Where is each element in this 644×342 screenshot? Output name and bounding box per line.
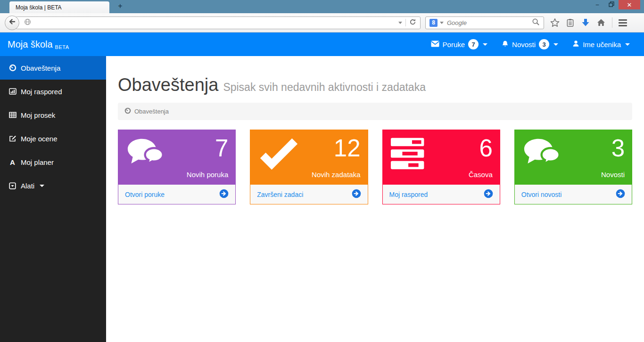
font-icon: A [8, 158, 17, 166]
card-link-label[interactable]: Otvori novosti [521, 191, 562, 198]
card-footer-link[interactable]: Završeni zadaci [250, 185, 367, 204]
sidebar-item-label: Alati [21, 182, 34, 190]
user-icon [572, 40, 579, 49]
card-footer-link[interactable]: Otvori poruke [118, 185, 235, 204]
browser-tab[interactable]: Moja škola | BETA [9, 1, 109, 13]
edit-icon [8, 135, 17, 142]
stat-label: Časova [469, 171, 493, 179]
caret-down-icon [483, 43, 487, 46]
card-link-label[interactable]: Otvori poruke [125, 191, 165, 198]
search-bar[interactable]: 8 [425, 16, 544, 29]
home-icon[interactable] [596, 18, 606, 27]
menu-icon[interactable] [619, 19, 627, 26]
gauge-icon [124, 107, 131, 115]
nav-user-dropdown[interactable]: Ime učenika [572, 40, 630, 49]
browser-toolbar: 8 [0, 13, 644, 33]
bar-chart-icon [8, 88, 17, 95]
magnifier-icon[interactable] [532, 18, 540, 28]
reload-icon[interactable] [409, 18, 416, 27]
sidebar-item-label: Obaveštenja [21, 64, 60, 72]
stat-card-tasks: 12 Novih zadataka Završeni zadaci [250, 130, 368, 204]
arrow-circle-right-icon[interactable] [484, 189, 493, 200]
url-input[interactable] [34, 19, 398, 26]
url-dropdown-icon[interactable] [398, 22, 402, 24]
sidebar-item-obavestenja[interactable]: Obaveštenja [0, 56, 106, 80]
brand[interactable]: Moja škola BETA [8, 39, 69, 50]
restore-icon [609, 1, 614, 8]
browser-titlebar: Moja škola | BETA + – ✕ [0, 0, 644, 13]
nav-messages-label: Poruke [443, 41, 465, 49]
window-close-button[interactable]: ✕ [619, 0, 640, 9]
caret-down-icon [40, 185, 44, 187]
card-link-label[interactable]: Moj raspored [389, 191, 428, 198]
new-tab-button[interactable]: + [115, 2, 126, 11]
bell-icon [502, 40, 509, 49]
window-restore-button[interactable] [604, 0, 619, 9]
sidebar-item-label: Moje ocene [21, 135, 58, 143]
stat-count: 3 [611, 136, 625, 160]
caret-down-icon [553, 43, 558, 46]
search-input[interactable] [447, 19, 532, 26]
check-icon [257, 136, 302, 179]
stat-card-schedule: 6 Časova Moj raspored [382, 130, 500, 204]
comments-icon [522, 136, 567, 179]
google-engine-icon[interactable]: 8 [429, 19, 438, 27]
comments-icon [125, 136, 170, 179]
envelope-icon [431, 41, 439, 49]
card-footer-link[interactable]: Moj raspored [383, 185, 500, 204]
sidebar-item-label: Moj prosek [21, 111, 55, 119]
arrow-circle-right-icon[interactable] [219, 189, 229, 200]
breadcrumb: Obaveštenja [118, 103, 632, 120]
stat-label: Novih poruka [187, 171, 228, 179]
sidebar-item-moj-planer[interactable]: A Moj planer [0, 150, 106, 174]
stat-label: Novih zadataka [312, 171, 360, 179]
page-title: Obaveštenja [118, 75, 218, 95]
globe-icon [24, 18, 31, 27]
sidebar-item-label: Moj planer [21, 158, 54, 166]
stat-label: Novosti [601, 171, 625, 179]
stat-count: 7 [215, 136, 228, 160]
sidebar-item-moj-prosek[interactable]: Moj prosek [0, 103, 106, 127]
tasks-icon [390, 136, 435, 179]
page-subtitle: Spisak svih nedavnih aktivnosti i zadata… [223, 81, 426, 94]
stat-card-news: 3 Novosti Otvori novosti [514, 130, 632, 204]
nav-news-label: Novosti [512, 41, 536, 49]
brand-beta-badge: BETA [55, 44, 69, 50]
sidebar-item-moje-ocene[interactable]: Moje ocene [0, 127, 106, 150]
sidebar-item-label: Moj raspored [21, 88, 62, 96]
caret-down-icon [625, 43, 630, 46]
browser-tab-title: Moja škola | BETA [16, 4, 62, 11]
bookmarks-menu-icon[interactable] [566, 18, 575, 27]
messages-count-badge: 7 [468, 39, 479, 49]
window-minimize-button[interactable]: – [590, 0, 604, 9]
nav-messages-dropdown[interactable]: Poruke 7 [431, 39, 488, 49]
stat-count: 12 [334, 136, 361, 160]
downloads-icon[interactable] [581, 18, 590, 27]
nav-news-dropdown[interactable]: Novosti 3 [502, 39, 558, 49]
arrow-circle-right-icon[interactable] [352, 189, 361, 200]
sidebar-item-moj-raspored[interactable]: Moj raspored [0, 80, 106, 103]
main-content: Obaveštenja Spisak svih nedavnih aktivno… [106, 56, 644, 342]
sidebar: Obaveštenja Moj raspored Moj prosek Moje… [0, 56, 106, 342]
card-footer-link[interactable]: Otvori novosti [515, 185, 632, 204]
bookmark-star-icon[interactable] [550, 18, 560, 27]
back-arrow-icon [8, 18, 16, 27]
card-link-label[interactable]: Završeni zadaci [257, 191, 303, 198]
news-count-badge: 3 [539, 39, 549, 49]
stat-count: 6 [479, 136, 492, 160]
caret-square-down-icon [8, 182, 17, 189]
arrow-circle-right-icon[interactable] [616, 189, 625, 200]
nav-user-label: Ime učenika [583, 41, 621, 49]
app-navbar: Moja škola BETA Poruke 7 Novosti 3 Ime u… [0, 33, 644, 56]
brand-title: Moja škola [8, 39, 53, 50]
table-icon [8, 111, 17, 119]
stat-card-messages: 7 Novih poruka Otvori poruke [118, 130, 236, 204]
search-engine-dropdown-icon[interactable] [440, 22, 444, 24]
url-bar[interactable] [11, 16, 421, 29]
sidebar-item-alati[interactable]: Alati [0, 174, 106, 197]
breadcrumb-item[interactable]: Obaveštenja [134, 108, 169, 115]
gauge-icon [8, 64, 17, 72]
back-button[interactable] [5, 16, 19, 30]
